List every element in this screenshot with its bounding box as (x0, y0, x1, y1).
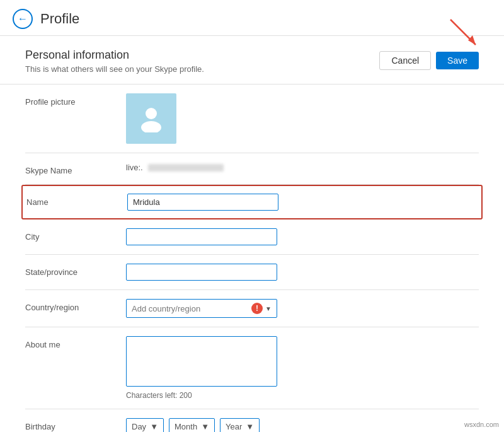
red-arrow-annotation (438, 16, 488, 54)
state-input[interactable] (126, 264, 277, 281)
about-row: About me Characters left: 200 (25, 327, 479, 409)
top-section: Personal information This is what others… (25, 49, 479, 74)
person-icon (137, 105, 165, 132)
watermark: wsxdn.com (464, 421, 499, 428)
action-buttons: Cancel Save (379, 51, 479, 70)
skype-name-value: live:. (126, 162, 479, 172)
error-icon: ! (251, 303, 263, 314)
month-chevron-down-icon: ▼ (201, 422, 209, 431)
year-chevron-down-icon: ▼ (246, 422, 254, 431)
content-area: Personal information This is what others… (0, 36, 504, 432)
birthday-field-container: Day ▼ Month ▼ Year ▼ (126, 418, 479, 432)
birthday-day-label: Day (132, 422, 146, 431)
section-title: Personal information (25, 49, 204, 62)
char-count: Characters left: 200 (126, 391, 479, 400)
section-subtitle: This is what others will see on your Sky… (25, 64, 204, 74)
birthday-month-select[interactable]: Month ▼ (169, 418, 215, 432)
country-icons: ! ▼ (251, 303, 272, 314)
skype-name-blurred (148, 164, 224, 172)
about-textarea[interactable] (126, 336, 277, 387)
name-label: Name (26, 194, 127, 207)
profile-picture-row: Profile picture (25, 85, 479, 153)
state-label: State/province (25, 264, 126, 277)
about-label: About me (25, 336, 126, 349)
country-field-container: Add country/region ! ▼ (126, 299, 479, 318)
header: ← Profile (0, 0, 504, 36)
save-button[interactable]: Save (436, 52, 479, 69)
birthday-year-label: Year (226, 422, 242, 431)
birthday-selects: Day ▼ Month ▼ Year ▼ (126, 418, 479, 432)
city-field-container (126, 228, 479, 245)
profile-picture-value (126, 93, 479, 144)
svg-marker-1 (468, 35, 476, 45)
day-chevron-down-icon: ▼ (150, 422, 158, 431)
skype-name-prefix: live:. (126, 163, 143, 172)
name-field-container (127, 194, 478, 211)
state-row: State/province (25, 255, 479, 290)
birthday-day-select[interactable]: Day ▼ (126, 418, 164, 432)
skype-name-label: Skype Name (25, 162, 126, 175)
country-dropdown[interactable]: Add country/region ! ▼ (126, 299, 277, 318)
city-label: City (25, 228, 126, 242)
back-button[interactable]: ← (13, 9, 33, 29)
country-label: Country/region (25, 299, 126, 312)
name-input[interactable] (127, 194, 278, 211)
name-row: Name (21, 185, 483, 219)
city-input[interactable] (126, 228, 277, 245)
about-field-container: Characters left: 200 (126, 336, 479, 400)
birthday-month-label: Month (175, 422, 197, 431)
svg-point-3 (141, 121, 161, 132)
skype-name-row: Skype Name live:. (25, 153, 479, 185)
country-placeholder: Add country/region (132, 304, 251, 313)
chevron-down-icon: ▼ (265, 305, 272, 312)
svg-point-2 (146, 108, 157, 119)
city-row: City (25, 219, 479, 255)
state-field-container (126, 264, 479, 281)
birthday-year-select[interactable]: Year ▼ (220, 418, 260, 432)
birthday-row: Birthday Day ▼ Month ▼ Year ▼ (25, 409, 479, 432)
country-row: Country/region Add country/region ! ▼ (25, 290, 479, 327)
page-title: Profile (40, 11, 79, 27)
back-icon: ← (18, 13, 28, 25)
birthday-label: Birthday (25, 418, 126, 431)
section-info: Personal information This is what others… (25, 49, 204, 74)
profile-picture-box[interactable] (126, 93, 176, 144)
cancel-button[interactable]: Cancel (379, 51, 431, 70)
profile-picture-label: Profile picture (25, 93, 126, 107)
